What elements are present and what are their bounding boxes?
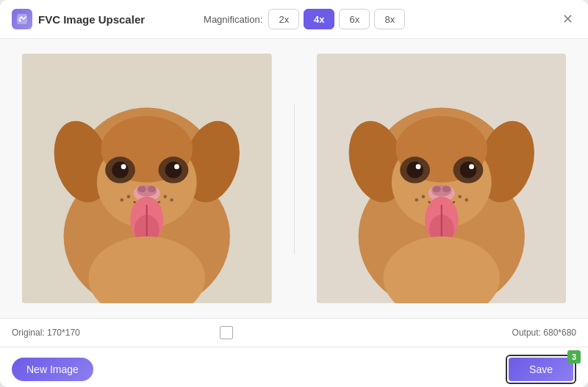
app-logo-icon bbox=[12, 9, 32, 29]
info-bar: Original: 170*170 Output: 680*680 bbox=[0, 318, 588, 347]
magnification-label: Magnification: bbox=[204, 14, 262, 25]
output-image-panel bbox=[317, 54, 567, 303]
magnification-buttons: 2x 4x 6x 8x bbox=[268, 9, 405, 29]
original-dog-image bbox=[22, 54, 272, 303]
svg-point-37 bbox=[459, 162, 476, 178]
svg-point-18 bbox=[148, 186, 156, 192]
mag-6x-button[interactable]: 6x bbox=[339, 9, 370, 29]
mag-4x-button[interactable]: 4x bbox=[304, 9, 334, 29]
svg-point-14 bbox=[174, 164, 179, 170]
svg-point-26 bbox=[170, 198, 173, 202]
output-dog-image bbox=[317, 54, 567, 303]
svg-point-23 bbox=[127, 195, 131, 198]
save-badge: 3 bbox=[567, 350, 581, 364]
center-square-icon bbox=[220, 326, 233, 339]
app-window: FVC Image Upscaler Magnification: 2x 4x … bbox=[0, 0, 588, 387]
svg-point-50 bbox=[458, 195, 462, 198]
svg-point-25 bbox=[163, 195, 167, 198]
svg-point-17 bbox=[137, 186, 146, 192]
original-image-panel bbox=[22, 54, 272, 303]
save-area: 3 Save bbox=[506, 355, 576, 384]
content-area bbox=[0, 39, 588, 318]
panel-divider bbox=[294, 104, 295, 253]
svg-point-49 bbox=[415, 198, 418, 202]
logo-area: FVC Image Upscaler bbox=[12, 9, 145, 29]
app-title: FVC Image Upscaler bbox=[38, 13, 145, 26]
new-image-button[interactable]: New Image bbox=[12, 358, 93, 381]
save-button[interactable]: Save bbox=[509, 358, 573, 381]
svg-point-39 bbox=[469, 164, 474, 170]
svg-point-42 bbox=[432, 186, 440, 192]
original-size-info: Original: 170*170 bbox=[12, 328, 80, 338]
close-button[interactable]: ✕ bbox=[559, 10, 576, 28]
svg-point-43 bbox=[442, 186, 450, 192]
svg-point-24 bbox=[121, 198, 124, 202]
svg-point-11 bbox=[112, 162, 129, 178]
footer-bar: New Image 3 Save bbox=[0, 347, 588, 388]
svg-point-48 bbox=[421, 195, 425, 198]
save-button-wrapper: 3 Save bbox=[506, 355, 576, 384]
mag-2x-button[interactable]: 2x bbox=[268, 9, 299, 29]
titlebar: FVC Image Upscaler Magnification: 2x 4x … bbox=[0, 0, 588, 39]
mag-8x-button[interactable]: 8x bbox=[374, 9, 405, 29]
svg-point-12 bbox=[165, 162, 182, 178]
svg-point-1 bbox=[19, 20, 21, 22]
svg-point-36 bbox=[406, 162, 423, 178]
svg-point-51 bbox=[465, 198, 468, 202]
svg-point-13 bbox=[121, 164, 126, 170]
svg-point-38 bbox=[415, 164, 420, 170]
output-size-info: Output: 680*680 bbox=[512, 328, 576, 338]
svg-rect-0 bbox=[17, 14, 27, 24]
magnification-area: Magnification: 2x 4x 6x 8x bbox=[204, 9, 405, 29]
